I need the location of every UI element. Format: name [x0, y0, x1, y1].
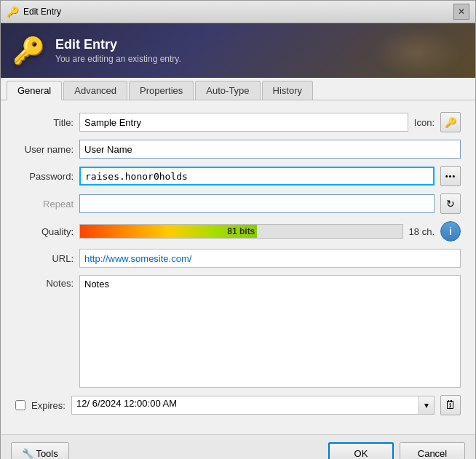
tabs: General Advanced Properties Auto-Type Hi… [1, 78, 475, 100]
url-label: URL: [15, 253, 74, 264]
footer-buttons: OK Cancel [328, 442, 465, 459]
cancel-button[interactable]: Cancel [400, 442, 465, 459]
password-input[interactable] [79, 167, 435, 185]
quality-row: Quality: 81 bits 18 ch. i [15, 221, 461, 242]
header-key-icon: 🔑 [12, 36, 45, 66]
expires-value: 12/ 6/2024 12:00:00 AM [71, 396, 419, 415]
password-reveal-button[interactable]: ••• [440, 166, 461, 186]
footer: 🔧 Tools OK Cancel [1, 434, 475, 459]
dropdown-arrow-icon: ▼ [423, 402, 430, 410]
title-bar-left: 🔑 Edit Entry [7, 6, 61, 17]
url-row: URL: [15, 249, 461, 268]
title-bar-title: Edit Entry [23, 7, 61, 17]
title-label: Title: [15, 117, 74, 128]
expires-label: Expires: [31, 400, 66, 411]
expires-row: Expires: 12/ 6/2024 12:00:00 AM ▼ 🗓 [15, 395, 461, 415]
generate-password-button[interactable]: ↻ [440, 193, 461, 214]
header-subtitle: You are editing an existing entry. [55, 54, 181, 64]
tools-button[interactable]: 🔧 Tools [11, 442, 69, 459]
repeat-row: Repeat ↻ [15, 193, 461, 214]
tab-general[interactable]: General [7, 81, 62, 100]
icon-select-button[interactable]: 🔑 [440, 112, 461, 132]
quality-bits: 81 bits [80, 226, 402, 236]
tab-advanced[interactable]: Advanced [63, 81, 127, 100]
notes-label: Notes: [15, 275, 74, 289]
tab-autotype[interactable]: Auto-Type [195, 81, 260, 100]
header-title: Edit Entry [55, 37, 181, 52]
username-input[interactable] [79, 140, 461, 159]
username-label: User name: [15, 144, 74, 155]
tab-properties[interactable]: Properties [129, 81, 194, 100]
repeat-label: Repeat [15, 199, 74, 209]
calendar-button[interactable]: 🗓 [440, 395, 461, 415]
content-area: Title: Icon: 🔑 User name: Password: ••• … [1, 100, 475, 434]
key-icon: 🔑 [445, 117, 457, 128]
tab-history[interactable]: History [262, 81, 313, 100]
password-row: Password: ••• [15, 166, 461, 186]
expires-combo: 12/ 6/2024 12:00:00 AM ▼ [71, 396, 435, 415]
ok-button[interactable]: OK [328, 442, 394, 459]
quality-info-button[interactable]: i [440, 221, 461, 242]
expires-dropdown-button[interactable]: ▼ [419, 396, 435, 415]
quality-chars: 18 ch. [409, 226, 435, 237]
title-bar-icon: 🔑 [7, 6, 19, 17]
notes-input[interactable]: Notes [79, 275, 461, 388]
icon-label: Icon: [414, 117, 435, 128]
generate-icon: ↻ [446, 198, 455, 209]
close-button[interactable]: ✕ [453, 4, 469, 20]
notes-row: Notes: Notes [15, 275, 461, 388]
url-input[interactable] [79, 249, 461, 268]
repeat-input[interactable] [79, 194, 435, 213]
quality-label: Quality: [15, 226, 74, 237]
title-input[interactable] [79, 113, 408, 132]
expires-checkbox[interactable] [15, 400, 25, 410]
title-row: Title: Icon: 🔑 [15, 112, 461, 132]
header-text: Edit Entry You are editing an existing e… [55, 37, 181, 64]
title-bar: 🔑 Edit Entry ✕ [1, 1, 475, 23]
quality-bar: 81 bits [79, 224, 403, 239]
username-row: User name: [15, 140, 461, 159]
dialog: 🔑 Edit Entry ✕ 🔑 Edit Entry You are edit… [0, 0, 476, 459]
dots-icon: ••• [445, 172, 456, 180]
calendar-icon: 🗓 [445, 399, 456, 412]
header-banner: 🔑 Edit Entry You are editing an existing… [1, 23, 475, 78]
password-label: Password: [15, 171, 74, 182]
